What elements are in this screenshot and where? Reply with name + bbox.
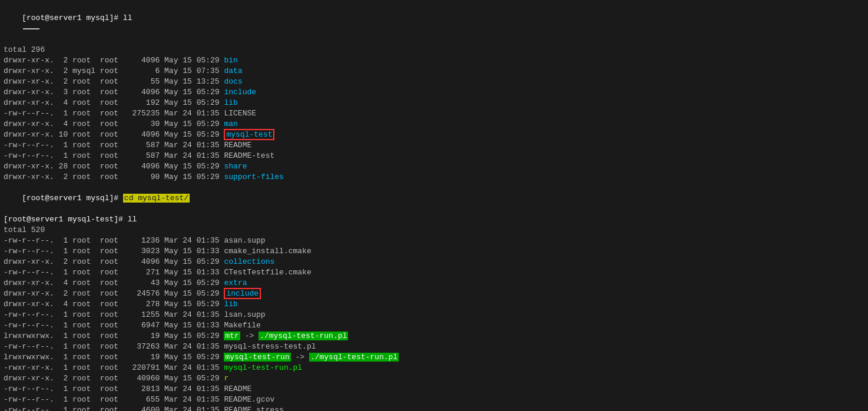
line-asan: -rw-r--r--. 1 root root 1236 Mar 24 01:3… [4, 236, 864, 246]
line-cmake: -rw-r--r--. 1 root root 3023 May 15 01:3… [4, 246, 864, 257]
line-docs: drwxr-xr-x. 2 root root 55 May 15 13:25 … [4, 77, 864, 87]
line-support-files: drwxr-xr-x. 2 root root 90 May 15 05:29 … [4, 172, 864, 183]
line-collections: drwxr-xr-x. 2 root root 4096 May 15 05:2… [4, 257, 864, 267]
line-readme-test: -rw-r--r--. 1 root root 587 Mar 24 01:35… [4, 151, 864, 161]
terminal: [root@server1 mysql]# ll total 296 drwxr… [0, 0, 868, 411]
line-makefile: -rw-r--r--. 1 root root 6947 May 15 01:3… [4, 320, 864, 331]
line-lsan: -rw-r--r--. 1 root root 1255 Mar 24 01:3… [4, 310, 864, 320]
line-prompt1: [root@server1 mysql]# ll [4, 2, 864, 45]
line-lib2: drwxr-xr-x. 4 root root 278 May 15 05:29… [4, 299, 864, 310]
line-readme-gcov: -rw-r--r--. 1 root root 655 Mar 24 01:35… [4, 395, 864, 405]
line-bin: drwxr-xr-x. 2 root root 4096 May 15 05:2… [4, 55, 864, 66]
line-mysql-test: drwxr-xr-x. 10 root root 4096 May 15 05:… [4, 130, 864, 140]
line-stress: -rw-r--r--. 1 root root 37263 Mar 24 01:… [4, 342, 864, 352]
line-man: drwxr-xr-x. 4 root root 30 May 15 05:29 … [4, 119, 864, 130]
total1: total 296 [4, 45, 864, 55]
line-include2: drwxr-xr-x. 2 root root 24576 May 15 05:… [4, 289, 864, 299]
line-prompt3: [root@server1 mysql-test]# ll [4, 214, 864, 225]
line-prompt2: [root@server1 mysql]# cd mysql-test/ [4, 183, 864, 214]
line-lib1: drwxr-xr-x. 4 root root 192 May 15 05:29… [4, 98, 864, 108]
line-readme-stress: -rw-r--r--. 1 root root 4600 Mar 24 01:3… [4, 405, 864, 411]
line-readme2: -rw-r--r--. 1 root root 2813 Mar 24 01:3… [4, 384, 864, 395]
cmd1-text: ll [123, 14, 132, 22]
line-ctestfile: -rw-r--r--. 1 root root 271 May 15 01:33… [4, 267, 864, 278]
line-r: drwxr-xr-x. 2 root root 40960 May 15 05:… [4, 373, 864, 384]
line-mysql-test-run-pl: -rwxr-xr-x. 1 root root 220791 Mar 24 01… [4, 363, 864, 373]
line-data: drwxr-xr-x. 2 mysql root 6 May 15 07:35 … [4, 66, 864, 77]
line-extra: drwxr-xr-x. 4 root root 43 May 15 05:29 … [4, 278, 864, 289]
line-share: drwxr-xr-x. 28 root root 4096 May 15 05:… [4, 161, 864, 172]
prompt1-text: [root@server1 mysql]# [22, 14, 123, 22]
line-include1: drwxr-xr-x. 3 root root 4096 May 15 05:2… [4, 87, 864, 98]
line-license: -rw-r--r--. 1 root root 275235 Mar 24 01… [4, 108, 864, 119]
total2: total 520 [4, 225, 864, 236]
line-mtr: lrwxrwxrwx. 1 root root 19 May 15 05:29 … [4, 331, 864, 342]
line-mysql-test-run: lrwxrwxrwx. 1 root root 19 May 15 05:29 … [4, 352, 864, 363]
line-readme1: -rw-r--r--. 1 root root 587 Mar 24 01:35… [4, 140, 864, 151]
